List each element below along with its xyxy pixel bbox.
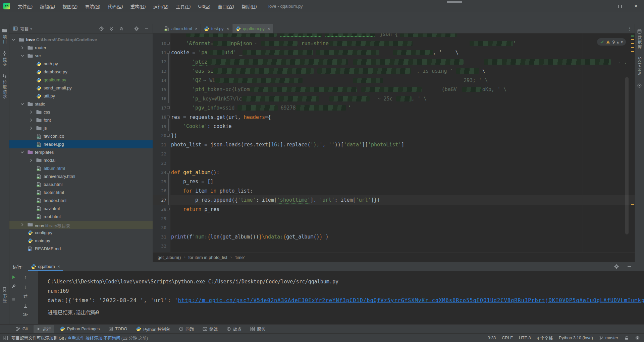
tab-album-html[interactable]: Halbum.html× (161, 24, 201, 33)
error-stripe-mark[interactable] (631, 36, 634, 37)
fold-marker[interactable] (167, 106, 170, 109)
tree-item-templates[interactable]: templates (9, 148, 153, 156)
code-line-15[interactable]: 15'pt4_token-xc{LyCom(baGVoKp, ' \ (153, 85, 635, 94)
run-tab-qqalbum[interactable]: qqalbum × (28, 262, 63, 271)
tool-stripe-sciview[interactable]: SciView (635, 54, 644, 78)
chevron-right-icon[interactable] (29, 110, 33, 114)
tab-test-py[interactable]: test.py× (201, 24, 232, 33)
tree-item-qqalbum.py[interactable]: qqalbum.py (9, 76, 153, 84)
tree-item-config.py[interactable]: config.py (9, 229, 153, 237)
code-line-26[interactable]: 26for item in photo_list: (153, 186, 635, 196)
tree-item-root.html[interactable]: Hroot.html (9, 213, 153, 221)
hide-panel-button[interactable] (144, 26, 149, 31)
file-encoding[interactable]: UTF-8 (519, 336, 531, 340)
code-line-24[interactable]: 24def get_album(): (153, 168, 635, 177)
menu-V[interactable]: 视图(V) (59, 0, 81, 12)
tree-item-README.md[interactable]: MREADME.md (9, 245, 153, 253)
caret-position[interactable]: 3:33 (488, 336, 496, 340)
error-stripe-mark[interactable] (631, 51, 634, 52)
code-line-27[interactable]: 27p_res.append({'time': item['shoottime'… (153, 195, 635, 205)
tool-window-switcher-icon[interactable] (3, 336, 8, 340)
collapse-all-button[interactable] (119, 26, 124, 31)
code-line-23[interactable]: 23 (153, 158, 635, 168)
prev-occurrence-button[interactable]: ↑ (24, 275, 27, 280)
console-url-link[interactable]: http://m.qpic.cn/psc?/V54e02nA3GAdeE30Ex… (178, 297, 644, 303)
code-line-11[interactable]: 11cookie = 'pauid' _, '\ (153, 48, 635, 57)
fold-marker[interactable] (167, 171, 170, 174)
indent-style[interactable]: 4 个空格 (537, 335, 553, 341)
tree-item-header.jpg[interactable]: header.jpg (9, 140, 153, 148)
tree-item-header.html[interactable]: Hheader.html (9, 197, 153, 205)
tree-item-send_email.py[interactable]: send_email.py (9, 84, 153, 92)
fold-marker[interactable] (167, 134, 170, 137)
soft-wrap-button[interactable]: ⇄ (23, 293, 28, 299)
toolbar-todo[interactable]: TODO (105, 326, 130, 332)
inspection-widget[interactable]: 9 ▲ ▼ (597, 38, 626, 46)
tree-item-font[interactable]: font (9, 116, 153, 124)
chevron-down-icon[interactable] (20, 150, 24, 154)
error-stripe-mark[interactable] (631, 43, 634, 44)
toolbar-endpoints[interactable]: 端点 (223, 325, 245, 333)
menu-N[interactable]: 导航(N) (81, 0, 104, 12)
error-stripe-mark[interactable] (631, 47, 634, 48)
toolbar-git[interactable]: Git (13, 326, 31, 332)
tree-item-favicon.ico[interactable]: favicon.ico (9, 132, 153, 140)
toolbar-python-packages[interactable]: Python Packages (57, 325, 103, 333)
editor-crumb[interactable]: get_album() (158, 255, 181, 260)
ide-settings-indicator[interactable] (635, 335, 640, 340)
close-icon[interactable]: × (227, 26, 229, 31)
code-line-19[interactable]: 19'Cookie': cookie (153, 122, 635, 131)
console-settings-button[interactable] (614, 264, 619, 269)
code-line-9[interactable]: json { (153, 33, 635, 39)
tool-stripe-project[interactable]: 项目 (0, 25, 9, 47)
tab-qqalbum-py[interactable]: qqalbum.py× (232, 24, 273, 33)
fold-marker[interactable] (167, 42, 170, 45)
locate-file-button[interactable] (99, 26, 104, 31)
menu-W[interactable]: 窗口(W) (214, 0, 238, 12)
tree-item-js[interactable]: js (9, 124, 153, 132)
project-panel-title[interactable]: 项目 (20, 25, 29, 32)
error-stripe-mark[interactable] (631, 204, 634, 205)
menu-C[interactable]: 代码(C) (104, 0, 127, 12)
error-stripe-mark[interactable] (631, 39, 634, 40)
editor-crumb[interactable]: 'time' (235, 255, 245, 260)
tree-item-nav.html[interactable]: Hnav.html (9, 205, 153, 213)
tree-item-database.py[interactable]: database.py (9, 68, 153, 76)
editor-crumb[interactable]: for item in photo_list (188, 255, 227, 260)
code-line-32[interactable]: 32 (153, 242, 635, 251)
editor-scrollbar[interactable] (625, 77, 629, 234)
rerun-button[interactable] (11, 275, 16, 280)
fold-marker[interactable] (167, 51, 170, 54)
code-line-21[interactable]: 21photo_list = json.loads(res.text[16:].… (153, 140, 635, 149)
close-icon[interactable]: × (195, 26, 198, 31)
console-options-button[interactable] (11, 284, 16, 289)
git-branch[interactable]: master (599, 336, 618, 340)
project-options-button[interactable] (134, 26, 139, 31)
toolbar-terminal[interactable]: 终端 (200, 325, 221, 333)
code-editor[interactable]: json {10'&format=np&json-run=shine'11coo… (153, 33, 635, 252)
tree-item-main.py[interactable]: main.py (9, 237, 153, 245)
close-icon[interactable]: × (268, 26, 270, 31)
chevron-down-icon[interactable]: ▾ (30, 26, 32, 31)
menu-U[interactable]: 运行(U) (150, 0, 172, 12)
tree-item-base.html[interactable]: Hbase.html (9, 181, 153, 189)
toolbar-python-console[interactable]: Python 控制台 (133, 325, 173, 333)
tree-item-album.html[interactable]: Halbum.html (9, 164, 153, 173)
tree-item-src[interactable]: src (9, 52, 153, 60)
console-output[interactable]: C:\Users\i\Desktop\Code\love\venv\Script… (38, 271, 644, 324)
close-icon[interactable]: × (58, 264, 60, 269)
console-hide-button[interactable] (627, 264, 632, 269)
line-separator[interactable]: CRLF (502, 336, 513, 340)
maximize-button[interactable] (612, 0, 628, 12)
code-line-13[interactable]: 13'eas_si, is using ' \ (153, 66, 635, 76)
python-interpreter[interactable]: Python 3.10 (love) (559, 336, 593, 340)
next-problem-icon[interactable]: ▼ (621, 40, 623, 44)
chevron-down-icon[interactable] (20, 102, 24, 106)
menu-G[interactable]: Git(G) (195, 0, 214, 12)
close-button[interactable]: × (628, 0, 644, 12)
tree-item-auth.py[interactable]: auth.py (9, 60, 153, 68)
more-actions-button[interactable]: ≫ (23, 312, 28, 317)
code-line-17[interactable]: 17'pgv_info=ssid 69278' (153, 103, 635, 113)
tree-item-footer.html[interactable]: Hfooter.html (9, 189, 153, 197)
code-line-28[interactable]: 28return p_res (153, 205, 635, 214)
